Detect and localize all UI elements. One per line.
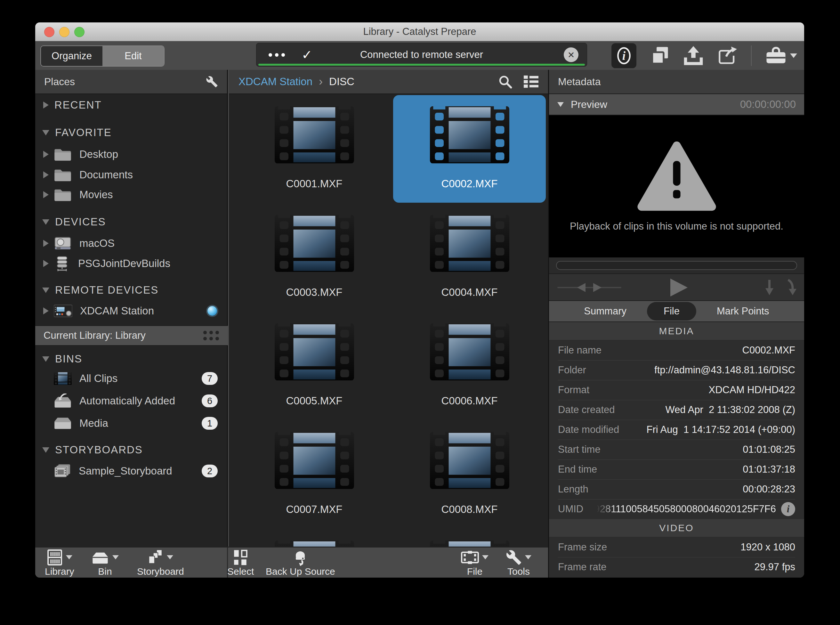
clip-tile[interactable]: C0005.MXF (238, 312, 391, 420)
sidebar-section-devices[interactable]: DEVICES (35, 211, 228, 232)
metadata-row-length: Length 00:00:28:23 (549, 479, 804, 499)
minimize-window-button[interactable] (59, 27, 70, 37)
file-button[interactable]: File (461, 549, 489, 577)
sidebar-item-automatically-added[interactable]: Automatically Added 6 (35, 390, 228, 412)
clip-tile[interactable]: C0006.MXF (393, 312, 546, 420)
tab-file[interactable]: File (647, 302, 696, 320)
clip-tile[interactable]: C0007.MXF (238, 421, 391, 528)
metadata-header: Metadata (549, 70, 804, 94)
clip-tile[interactable]: C0008.MXF (393, 421, 546, 528)
chevron-right-icon[interactable] (43, 101, 49, 109)
clip-tile-partial[interactable] (238, 529, 391, 547)
chevron-right-icon[interactable] (43, 151, 49, 158)
clip-tile[interactable]: C0001.MXF (238, 95, 391, 203)
transport-controls (549, 274, 804, 301)
sidebar-section-storyboards[interactable]: STORYBOARDS (35, 439, 228, 460)
list-view-icon[interactable] (524, 75, 539, 89)
info-button[interactable]: i (612, 43, 637, 68)
storyboard-stack-icon (148, 549, 164, 566)
play-icon[interactable] (670, 278, 688, 297)
xdcam-device-icon (54, 304, 72, 318)
organize-mode-button[interactable]: Organize (41, 46, 102, 66)
breadcrumb-current: DISC (329, 76, 354, 88)
chevron-down-icon[interactable] (42, 288, 49, 293)
seek-bar-row (549, 257, 804, 274)
preview-bar[interactable]: Preview 00:00:00:00 (549, 94, 804, 115)
library-menu-icon[interactable] (203, 331, 219, 340)
film-icon (275, 106, 354, 163)
mark-out-icon[interactable] (786, 278, 797, 296)
status-progress-bar (258, 64, 585, 65)
copy-icon[interactable] (651, 46, 670, 65)
backup-source-icon (293, 549, 308, 566)
count-badge: 7 (202, 372, 218, 385)
umid-value: 0092811100584505800080046020125F7F6 (597, 503, 776, 515)
upload-icon[interactable] (684, 46, 703, 65)
sidebar-section-favorite[interactable]: FAVORITE (35, 122, 228, 143)
tab-mark-points[interactable]: Mark Points (717, 305, 769, 317)
library-button[interactable]: Library (45, 549, 74, 577)
breadcrumb-root[interactable]: XDCAM Station (239, 76, 312, 88)
select-button[interactable]: Select (227, 549, 254, 577)
chevron-right-icon[interactable] (43, 307, 49, 314)
sidebar-section-remote-devices[interactable]: REMOTE DEVICES (35, 280, 228, 301)
chevron-down-icon (525, 555, 531, 560)
title-bar: Library - Catalyst Prepare (35, 22, 804, 41)
sidebar-item-xdcam-station[interactable]: XDCAM Station (35, 300, 228, 322)
window-title: Library - Catalyst Prepare (363, 26, 476, 37)
chevron-down-icon[interactable] (42, 130, 49, 135)
share-icon[interactable] (717, 47, 737, 65)
back-up-source-button[interactable]: Back Up Source (266, 549, 335, 577)
status-notification: ✓ Connected to remote server ✕ (256, 43, 587, 67)
toolbox-icon (766, 47, 786, 65)
metadata-row-file-name: File name C0002.MXF (549, 340, 804, 360)
clip-tile[interactable]: C0004.MXF (393, 204, 546, 311)
storyboard-button[interactable]: Storyboard (137, 549, 184, 577)
chevron-down-icon[interactable] (42, 447, 49, 453)
toolbox-button[interactable] (766, 47, 797, 65)
sidebar-item-all-clips[interactable]: All Clips 7 (35, 368, 228, 389)
chevron-right-icon[interactable] (43, 171, 49, 178)
chevron-down-icon[interactable] (42, 219, 49, 225)
film-icon (275, 540, 354, 547)
places-sidebar: Places RECENT FAVORITE Desktop Document (35, 70, 228, 547)
tab-summary[interactable]: Summary (584, 305, 626, 317)
sidebar-item-sample-storyboard[interactable]: Sample_Storyboard 2 (35, 460, 228, 482)
sidebar-item-movies[interactable]: Movies (35, 184, 228, 205)
shuttle-icon[interactable] (557, 282, 621, 293)
close-window-button[interactable] (44, 27, 54, 37)
umid-info-icon[interactable]: i (781, 502, 795, 516)
chevron-right-icon[interactable] (43, 240, 49, 247)
storyboard-icon (54, 463, 71, 478)
wrench-icon[interactable] (206, 76, 218, 88)
clip-tile-partial[interactable] (393, 529, 546, 547)
tools-button[interactable]: Tools (506, 549, 531, 577)
search-icon[interactable] (498, 75, 512, 89)
sidebar-item-documents[interactable]: Documents (35, 164, 228, 185)
clip-tile[interactable]: C0003.MXF (238, 204, 391, 311)
chevron-right-icon[interactable] (43, 191, 49, 198)
chevron-down-icon[interactable] (557, 102, 564, 107)
bin-button[interactable]: Bin (91, 549, 119, 577)
metadata-tabs: Summary File Mark Points (549, 301, 804, 322)
zoom-window-button[interactable] (74, 27, 84, 37)
mark-in-icon[interactable] (764, 278, 775, 296)
close-icon[interactable]: ✕ (564, 47, 578, 62)
sidebar-item-macos[interactable]: macOS (35, 233, 228, 254)
chevron-right-icon[interactable] (43, 260, 49, 267)
clip-tile-selected[interactable]: C0002.MXF (393, 95, 546, 203)
sidebar-item-desktop[interactable]: Desktop (35, 144, 228, 165)
current-library-bar[interactable]: Current Library: Library (35, 325, 228, 346)
window-controls (44, 27, 84, 37)
metadata-row-date-modified: Date modified Fri Aug 1 14:17:52 2014 (+… (549, 420, 804, 440)
seek-bar[interactable] (556, 261, 797, 270)
film-icon (430, 215, 509, 272)
sidebar-item-media[interactable]: Media 1 (35, 413, 228, 434)
sidebar-section-recent[interactable]: RECENT (35, 95, 228, 116)
toolbar-actions: i (612, 43, 797, 68)
edit-mode-button[interactable]: Edit (102, 46, 164, 66)
sidebar-section-bins[interactable]: BINS (35, 348, 228, 370)
sidebar-item-psgjointdevbuilds[interactable]: PSGJointDevBuilds (35, 253, 228, 274)
chevron-down-icon[interactable] (42, 356, 49, 362)
film-icon (275, 215, 354, 272)
